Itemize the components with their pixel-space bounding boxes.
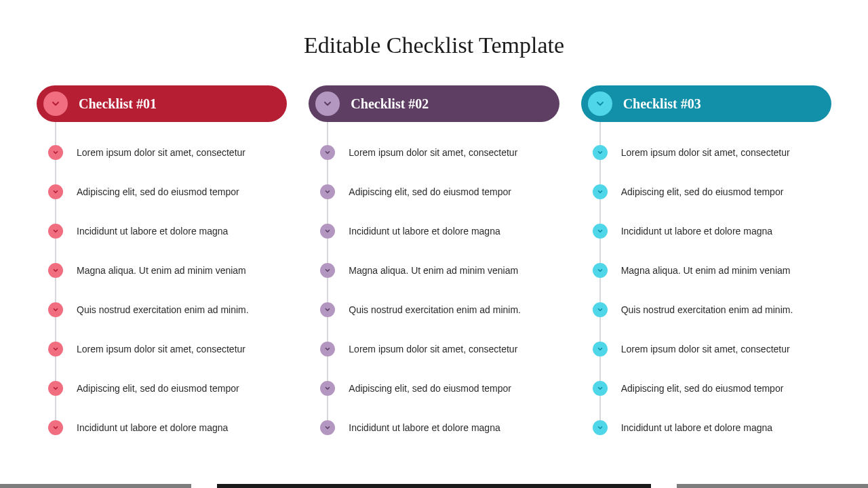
list-item: Incididunt ut labore et dolore magna (581, 420, 831, 435)
list-item: Adipiscing elit, sed do eiusmod tempor (309, 184, 559, 199)
chevron-down-icon (320, 381, 335, 396)
item-text: Adipiscing elit, sed do eiusmod tempor (349, 186, 511, 198)
item-text: Lorem ipsum dolor sit amet, consectetur (77, 343, 245, 355)
checklist-title-1: Checklist #01 (79, 96, 157, 112)
list-item: Adipiscing elit, sed do eiusmod tempor (581, 381, 831, 396)
chevron-down-icon (48, 145, 63, 160)
item-text: Adipiscing elit, sed do eiusmod tempor (621, 186, 784, 198)
list-item: Adipiscing elit, sed do eiusmod tempor (37, 381, 287, 396)
chevron-down-icon (320, 224, 335, 239)
item-text: Adipiscing elit, sed do eiusmod tempor (77, 186, 239, 198)
chevron-down-icon (315, 92, 340, 116)
checklist-title-2: Checklist #02 (351, 96, 429, 112)
item-text: Lorem ipsum dolor sit amet, consectetur (349, 343, 517, 355)
item-text: Adipiscing elit, sed do eiusmod tempor (621, 382, 784, 394)
item-text: Incididunt ut labore et dolore magna (621, 422, 772, 434)
checklist-header-1: Checklist #01 (37, 85, 287, 122)
list-item: Incididunt ut labore et dolore magna (309, 224, 559, 239)
list-item: Quis nostrud exercitation enim ad minim. (581, 302, 831, 317)
list-item: Magna aliqua. Ut enim ad minim veniam (581, 263, 831, 278)
chevron-down-icon (48, 302, 63, 317)
chevron-down-icon (43, 92, 68, 116)
chevron-down-icon (593, 342, 608, 357)
list-item: Lorem ipsum dolor sit amet, consectetur (37, 145, 287, 160)
chevron-down-icon (588, 92, 612, 116)
checklist-column-2: Checklist #02 Lorem ipsum dolor sit amet… (309, 85, 559, 460)
checklist-items-1: Lorem ipsum dolor sit amet, consectetur … (37, 145, 287, 435)
item-text: Lorem ipsum dolor sit amet, consectetur (77, 146, 245, 159)
item-text: Lorem ipsum dolor sit amet, consectetur (621, 343, 790, 355)
list-item: Adipiscing elit, sed do eiusmod tempor (581, 184, 831, 199)
list-item: Incididunt ut labore et dolore magna (37, 224, 287, 239)
chevron-down-icon (593, 184, 608, 199)
item-text: Adipiscing elit, sed do eiusmod tempor (77, 382, 239, 394)
page-title: Editable Checklist Template (0, 0, 868, 85)
chevron-down-icon (593, 224, 608, 239)
item-text: Incididunt ut labore et dolore magna (77, 422, 228, 434)
chevron-down-icon (320, 145, 335, 160)
chevron-down-icon (593, 263, 608, 278)
item-text: Lorem ipsum dolor sit amet, consectetur (349, 146, 517, 159)
list-item: Incididunt ut labore et dolore magna (37, 420, 287, 435)
chevron-down-icon (593, 420, 608, 435)
chevron-down-icon (593, 145, 608, 160)
chevron-down-icon (320, 302, 335, 317)
chevron-down-icon (320, 263, 335, 278)
item-text: Magna aliqua. Ut enim ad minim veniam (621, 264, 791, 277)
checklist-columns: Checklist #01 Lorem ipsum dolor sit amet… (0, 85, 868, 460)
list-item: Lorem ipsum dolor sit amet, consectetur (581, 342, 831, 357)
item-text: Adipiscing elit, sed do eiusmod tempor (349, 382, 511, 394)
chevron-down-icon (593, 302, 608, 317)
chevron-down-icon (320, 184, 335, 199)
chevron-down-icon (48, 342, 63, 357)
checklist-header-3: Checklist #03 (581, 85, 831, 122)
chevron-down-icon (48, 184, 63, 199)
list-item: Lorem ipsum dolor sit amet, consectetur (37, 342, 287, 357)
checklist-title-3: Checklist #03 (623, 96, 701, 112)
item-text: Quis nostrud exercitation enim ad minim. (349, 304, 521, 316)
item-text: Incididunt ut labore et dolore magna (349, 225, 500, 237)
list-item: Adipiscing elit, sed do eiusmod tempor (309, 381, 559, 396)
list-item: Quis nostrud exercitation enim ad minim. (309, 302, 559, 317)
list-item: Lorem ipsum dolor sit amet, consectetur (581, 145, 831, 160)
list-item: Lorem ipsum dolor sit amet, consectetur (309, 342, 559, 357)
list-item: Magna aliqua. Ut enim ad minim veniam (37, 263, 287, 278)
item-text: Magna aliqua. Ut enim ad minim veniam (349, 264, 518, 277)
chevron-down-icon (48, 420, 63, 435)
item-text: Quis nostrud exercitation enim ad minim. (77, 304, 249, 316)
chevron-down-icon (320, 342, 335, 357)
checklist-items-3: Lorem ipsum dolor sit amet, consectetur … (581, 145, 831, 435)
list-item: Incididunt ut labore et dolore magna (309, 420, 559, 435)
checklist-column-1: Checklist #01 Lorem ipsum dolor sit amet… (37, 85, 287, 460)
item-text: Lorem ipsum dolor sit amet, consectetur (621, 146, 790, 159)
checklist-column-3: Checklist #03 Lorem ipsum dolor sit amet… (581, 85, 831, 460)
list-item: Lorem ipsum dolor sit amet, consectetur (309, 145, 559, 160)
item-text: Magna aliqua. Ut enim ad minim veniam (77, 264, 246, 277)
chevron-down-icon (593, 381, 608, 396)
item-text: Quis nostrud exercitation enim ad minim. (621, 304, 793, 316)
chevron-down-icon (48, 263, 63, 278)
list-item: Quis nostrud exercitation enim ad minim. (37, 302, 287, 317)
checklist-header-2: Checklist #02 (309, 85, 559, 122)
list-item: Adipiscing elit, sed do eiusmod tempor (37, 184, 287, 199)
footer-decoration (0, 484, 868, 488)
checklist-items-2: Lorem ipsum dolor sit amet, consectetur … (309, 145, 559, 435)
chevron-down-icon (48, 381, 63, 396)
item-text: Incididunt ut labore et dolore magna (621, 225, 772, 237)
item-text: Incididunt ut labore et dolore magna (77, 225, 228, 237)
chevron-down-icon (320, 420, 335, 435)
list-item: Incididunt ut labore et dolore magna (581, 224, 831, 239)
item-text: Incididunt ut labore et dolore magna (349, 422, 500, 434)
list-item: Magna aliqua. Ut enim ad minim veniam (309, 263, 559, 278)
chevron-down-icon (48, 224, 63, 239)
